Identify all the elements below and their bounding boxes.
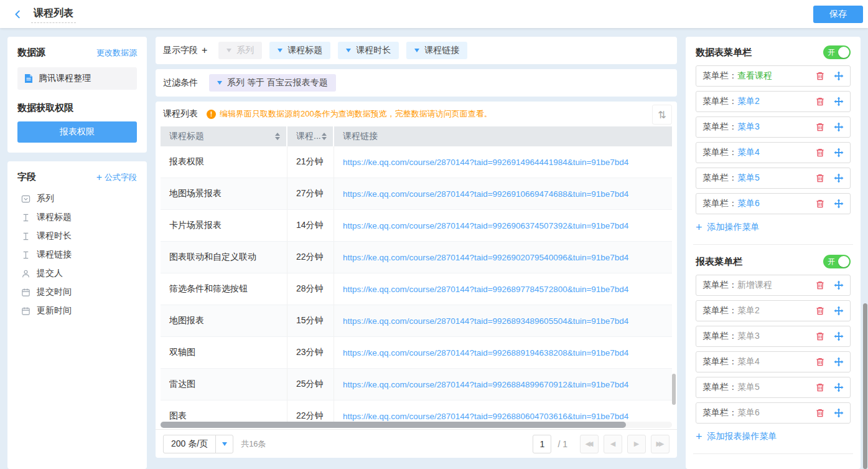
move-icon[interactable] <box>834 199 844 209</box>
filter-condition-tag[interactable]: 系列 等于 百宝云报表专题 <box>209 74 336 92</box>
sort-arrows-icon[interactable] <box>275 133 280 140</box>
menu-item-name[interactable]: 查看课程 <box>737 70 772 82</box>
warning-icon <box>207 110 216 119</box>
menu-item-name[interactable]: 菜单4 <box>737 356 760 367</box>
menu-item-name[interactable]: 菜单2 <box>737 305 760 316</box>
field-item[interactable]: 课程链接 <box>17 245 137 264</box>
menu-item-name[interactable]: 菜单3 <box>737 331 760 342</box>
trash-icon[interactable] <box>815 408 825 418</box>
table-vertical-scrollbar-thumb[interactable] <box>672 374 676 405</box>
trash-icon[interactable] <box>815 71 825 81</box>
display-field-tag[interactable]: 课程链接 <box>406 42 467 59</box>
sort-toggle-icon[interactable] <box>652 105 672 125</box>
menu-item-name[interactable]: 菜单6 <box>737 198 760 209</box>
column-header-course-duration[interactable]: 课程... <box>287 126 334 146</box>
menu-item-prefix: 菜单栏： <box>702 331 737 342</box>
course-link[interactable]: https://ke.qq.com/course/2870144?taid=99… <box>343 380 628 389</box>
move-icon[interactable] <box>834 280 844 290</box>
page-size-select[interactable]: 200 条/页 <box>163 435 233 453</box>
back-button[interactable] <box>10 6 26 22</box>
field-type-icon <box>21 194 30 204</box>
move-icon[interactable] <box>834 97 844 107</box>
add-display-field-icon[interactable] <box>202 45 207 56</box>
field-item[interactable]: 更新时间 <box>17 301 137 320</box>
column-label: 课程链接 <box>343 131 378 142</box>
display-field-tag-label: 课程时长 <box>356 45 391 56</box>
move-icon[interactable] <box>834 71 844 81</box>
menu-item: 菜单栏： 菜单3 <box>696 326 851 347</box>
first-page-button[interactable] <box>580 435 599 453</box>
trash-icon[interactable] <box>815 306 825 316</box>
field-item[interactable]: 课程时长 <box>17 227 137 245</box>
course-link[interactable]: https://ke.qq.com/course/2870144?taid=99… <box>343 285 628 294</box>
change-datasource-link[interactable]: 更改数据源 <box>96 47 137 59</box>
current-page-input[interactable]: 1 <box>533 435 551 453</box>
menu-item-prefix: 菜单栏： <box>702 173 737 184</box>
move-icon[interactable] <box>834 122 844 132</box>
trash-icon[interactable] <box>815 357 825 367</box>
table-toolbar: 课程列表 编辑界面只取数据源前200条作为查询数据预览，完整数据请访问页面查看。 <box>156 102 677 126</box>
course-link-cell: https://ke.qq.com/course/2870144?taid=99… <box>334 178 672 209</box>
sort-arrows-icon[interactable] <box>322 133 327 140</box>
page-vertical-scrollbar-thumb[interactable] <box>863 303 867 469</box>
field-item[interactable]: 课程标题 <box>17 208 137 227</box>
move-icon[interactable] <box>834 357 844 367</box>
trash-icon[interactable] <box>815 199 825 209</box>
display-field-tag-label: 课程标题 <box>287 45 322 56</box>
trash-icon[interactable] <box>815 122 825 132</box>
menu-item-prefix: 菜单栏： <box>702 305 737 316</box>
trash-icon[interactable] <box>815 97 825 107</box>
trash-icon[interactable] <box>815 173 825 183</box>
menu-item-name[interactable]: 菜单5 <box>737 382 760 393</box>
course-title-cell: 报表权限 <box>161 146 287 178</box>
course-link-cell: https://ke.qq.com/course/2870144?taid=99… <box>334 210 672 241</box>
menu-item-name[interactable]: 菜单4 <box>737 147 760 158</box>
course-link[interactable]: https://ke.qq.com/course/2870144?taid=99… <box>343 158 628 167</box>
report-menu-toggle[interactable]: 开 <box>823 255 851 268</box>
menu-item-name[interactable]: 新增课程 <box>737 280 772 291</box>
course-link[interactable]: https://ke.qq.com/course/2870144?taid=99… <box>343 348 628 358</box>
menu-item-name[interactable]: 菜单6 <box>737 407 760 419</box>
table-menu-toggle[interactable]: 开 <box>823 45 851 59</box>
move-icon[interactable] <box>834 173 844 183</box>
field-item[interactable]: 提交时间 <box>17 283 137 301</box>
add-formula-field-link[interactable]: 公式字段 <box>96 172 137 183</box>
course-link[interactable]: https://ke.qq.com/course/2870144?taid=99… <box>343 412 628 421</box>
display-field-tag[interactable]: 课程标题 <box>269 42 330 59</box>
datasource-item[interactable]: 腾讯课程整理 <box>17 67 137 90</box>
display-field-tag[interactable]: 系列 <box>218 42 262 59</box>
prev-page-button[interactable] <box>604 435 622 453</box>
move-icon[interactable] <box>834 408 844 418</box>
add-report-menu-link[interactable]: 添加报表操作菜单 <box>696 431 851 442</box>
horizontal-scrollbar-thumb[interactable] <box>161 422 626 428</box>
next-page-button[interactable] <box>627 435 646 453</box>
save-button[interactable]: 保存 <box>813 6 863 23</box>
field-item[interactable]: 提交人 <box>17 264 137 283</box>
trash-icon[interactable] <box>815 382 825 392</box>
trash-icon[interactable] <box>815 148 825 158</box>
horizontal-scrollbar-track[interactable] <box>161 422 672 428</box>
add-table-menu-link[interactable]: 添加操作菜单 <box>696 222 851 233</box>
trash-icon[interactable] <box>815 331 825 341</box>
report-menu-section-title: 报表菜单栏 <box>696 256 742 268</box>
course-link[interactable]: https://ke.qq.com/course/2870144?taid=99… <box>343 189 628 199</box>
course-link[interactable]: https://ke.qq.com/course/2870144?taid=99… <box>343 253 628 262</box>
page-size-value: 200 条/页 <box>164 438 215 450</box>
move-icon[interactable] <box>834 148 844 158</box>
course-duration-cell: 25分钟 <box>287 369 334 400</box>
trash-icon[interactable] <box>815 280 825 290</box>
datasource-name: 腾讯课程整理 <box>39 73 91 84</box>
move-icon[interactable] <box>834 382 844 392</box>
menu-item-name[interactable]: 菜单3 <box>737 121 760 133</box>
menu-item-name[interactable]: 菜单5 <box>737 173 760 184</box>
menu-item-name[interactable]: 菜单2 <box>737 96 760 107</box>
course-link[interactable]: https://ke.qq.com/course/2870144?taid=99… <box>343 221 628 230</box>
course-link[interactable]: https://ke.qq.com/course/2870144?taid=99… <box>343 316 628 326</box>
display-field-tag[interactable]: 课程时长 <box>338 42 399 59</box>
field-item[interactable]: 系列 <box>17 189 137 208</box>
column-header-course-title[interactable]: 课程标题 <box>161 126 287 146</box>
move-icon[interactable] <box>834 306 844 316</box>
last-page-button[interactable] <box>651 435 670 453</box>
move-icon[interactable] <box>834 331 844 341</box>
report-permission-button[interactable]: 报表权限 <box>17 121 137 143</box>
